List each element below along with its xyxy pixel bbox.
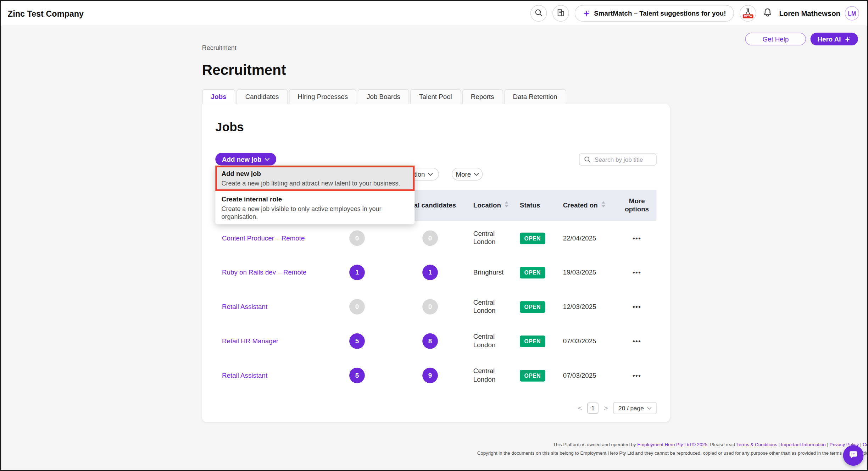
- hero-ai-label: Hero AI: [818, 35, 841, 43]
- page-column: Recruitment Recruitment Jobs Candidates …: [202, 44, 670, 422]
- column-label: Status: [520, 201, 540, 210]
- company-name: Zinc Test Company: [8, 9, 84, 18]
- footer-legal-line-2: Copyright in the documents on this site …: [477, 450, 868, 456]
- dropdown-item-description: Create a new job listing and attract new…: [221, 179, 408, 187]
- job-location: Bringhurst: [467, 268, 513, 276]
- page-title: Recruitment: [202, 60, 670, 79]
- help-actions: Get Help Hero AI: [745, 33, 858, 45]
- important-information-link[interactable]: Important Information: [781, 442, 826, 448]
- job-title-link[interactable]: Ruby on Rails dev – Remote: [222, 268, 306, 276]
- new-candidates-count: 5: [349, 368, 365, 383]
- job-created-on: 12/03/2025: [556, 303, 617, 311]
- column-label: More options: [624, 197, 650, 214]
- column-header-status: Status: [513, 201, 556, 210]
- organisation-button[interactable]: [552, 5, 569, 22]
- table-row: Content Producer – Remote 0 0 Central Lo…: [215, 221, 656, 255]
- job-location: Central London: [467, 298, 513, 315]
- job-created-on: 22/04/2025: [556, 234, 617, 242]
- sparkle-icon: [583, 10, 590, 17]
- avatar: LM: [845, 6, 859, 21]
- sort-icon[interactable]: [601, 201, 605, 210]
- topbar: Zinc Test Company SmartMatch – Talent su…: [1, 1, 867, 26]
- pagination-prev-button[interactable]: <: [577, 404, 583, 412]
- pagination-page-1[interactable]: 1: [588, 403, 599, 414]
- footer-legal-line-1: This Platform is owned and operated by E…: [553, 442, 868, 448]
- table-row: Retail HR Manager 5 8 Central London OPE…: [215, 324, 656, 358]
- search-button[interactable]: [530, 5, 547, 22]
- footer-text: . Please read: [707, 442, 736, 448]
- column-header-created-on[interactable]: Created on: [556, 201, 617, 210]
- tab-reports[interactable]: Reports: [462, 89, 503, 104]
- tab-hiring-processes[interactable]: Hiring Processes: [289, 89, 357, 104]
- table-row: Retail Assistant 5 9 Central London OPEN…: [215, 358, 656, 393]
- column-header-more-options: More options: [617, 197, 657, 214]
- job-title-link[interactable]: Retail HR Manager: [222, 337, 278, 345]
- total-candidates-count: 0: [422, 230, 438, 246]
- tab-talent-pool[interactable]: Talent Pool: [410, 89, 461, 104]
- more-filters-label: More: [456, 170, 471, 178]
- footer-separator: |: [777, 442, 781, 448]
- page-size-value: 20 / page: [618, 405, 644, 411]
- row-more-options-button[interactable]: •••: [629, 234, 645, 243]
- job-search: [579, 153, 657, 165]
- hero-ai-button[interactable]: Hero AI: [810, 33, 858, 45]
- status-badge: OPEN: [520, 232, 545, 244]
- dropdown-item-create-internal-role[interactable]: Create internal role Create a new job vi…: [215, 191, 414, 225]
- tab-candidates[interactable]: Candidates: [237, 89, 288, 104]
- user-menu[interactable]: Loren Mathewson LM: [779, 6, 859, 21]
- job-created-on: 07/03/2025: [556, 371, 617, 379]
- page-size-select[interactable]: 20 / page: [613, 402, 657, 414]
- job-title-link[interactable]: Content Producer – Remote: [222, 234, 305, 242]
- notifications-button[interactable]: [762, 7, 774, 20]
- pagination: < 1 > 20 / page: [577, 402, 657, 414]
- total-candidates-count: 8: [422, 333, 438, 349]
- main-content: Get Help Hero AI Recruitment Recruitment…: [1, 26, 867, 471]
- employment-hero-link[interactable]: Employment Hero Pty Ltd © 2025: [637, 442, 707, 448]
- dropdown-item-title: Create internal role: [221, 195, 408, 204]
- column-label: Location: [473, 201, 501, 210]
- status-badge: OPEN: [520, 370, 545, 381]
- add-new-job-dropdown: Add new job Create a new job listing and…: [215, 166, 414, 224]
- recruitment-tabs: Jobs Candidates Hiring Processes Job Boa…: [202, 89, 670, 104]
- more-filters-button[interactable]: More: [452, 168, 483, 181]
- search-icon: [535, 9, 542, 18]
- new-candidates-count: 1: [349, 265, 365, 280]
- beta-badge: BETA: [743, 15, 753, 18]
- pagination-next-button[interactable]: >: [603, 404, 609, 412]
- tab-job-boards[interactable]: Job Boards: [358, 89, 409, 104]
- row-more-options-button[interactable]: •••: [629, 302, 645, 311]
- dropdown-item-title: Add new job: [221, 170, 408, 178]
- user-name: Loren Mathewson: [779, 9, 840, 17]
- add-new-job-button[interactable]: Add new job: [215, 153, 276, 166]
- row-more-options-button[interactable]: •••: [629, 337, 645, 345]
- search-job-title-input[interactable]: [594, 155, 652, 163]
- smartmatch-button[interactable]: SmartMatch – Talent suggestions for you!: [575, 5, 734, 22]
- search-icon: [584, 156, 591, 162]
- footer-text: This Platform is owned and operated by: [553, 442, 638, 448]
- dropdown-item-add-new-job[interactable]: Add new job Create a new job listing and…: [215, 166, 414, 191]
- row-more-options-button[interactable]: •••: [629, 268, 645, 277]
- jobs-card: Jobs Add new job: [202, 104, 670, 422]
- table-row: Retail Assistant 0 0 Central London OPEN…: [215, 290, 656, 324]
- footer-separator: |: [826, 442, 830, 448]
- bell-icon: [763, 8, 773, 19]
- column-header-location[interactable]: Location: [467, 201, 513, 210]
- status-badge: OPEN: [520, 267, 545, 278]
- tab-data-retention[interactable]: Data Retention: [504, 89, 566, 104]
- new-candidates-count: 0: [349, 299, 365, 315]
- job-title-link[interactable]: Retail Assistant: [222, 371, 267, 379]
- chat-widget-button[interactable]: [843, 445, 864, 466]
- get-help-button[interactable]: Get Help: [745, 33, 806, 45]
- new-candidates-count: 0: [349, 230, 365, 246]
- beta-labs-button[interactable]: BETA: [740, 5, 757, 22]
- tab-jobs[interactable]: Jobs: [202, 89, 235, 104]
- chevron-down-icon: [647, 407, 651, 410]
- breadcrumb[interactable]: Recruitment: [202, 44, 670, 51]
- job-title-link[interactable]: Retail Assistant: [222, 303, 267, 310]
- cookie-policy-link[interactable]: Cook: [863, 442, 868, 448]
- row-more-options-button[interactable]: •••: [629, 371, 645, 380]
- job-location: Central London: [467, 367, 513, 384]
- terms-conditions-link[interactable]: Terms & Conditions: [736, 442, 777, 448]
- dropdown-item-description: Create a new job visible to only active …: [221, 205, 408, 221]
- sort-icon[interactable]: [504, 201, 508, 210]
